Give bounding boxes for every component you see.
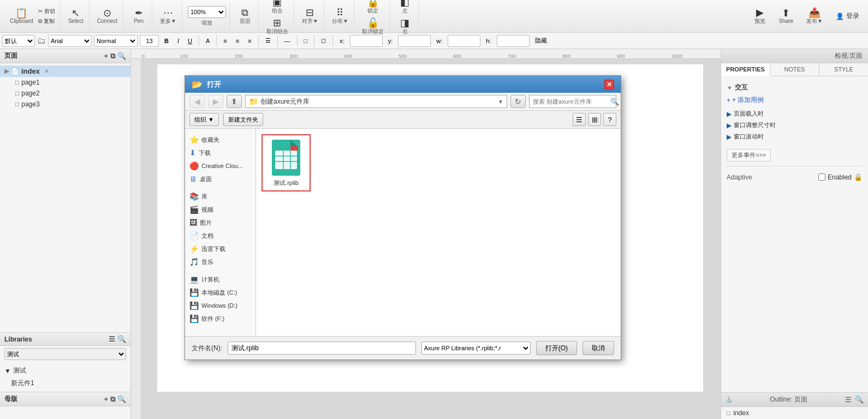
font-size-input[interactable] <box>140 35 159 47</box>
footer-open-button[interactable]: 打开(O) <box>536 341 577 355</box>
lib-select-dropdown[interactable]: 测试 <box>4 348 126 360</box>
canvas-area[interactable]: 0 100 200 300 400 500 600 700 800 900 10… <box>131 49 721 419</box>
lib-item-测试[interactable]: ▼ 测试 <box>0 364 130 377</box>
sidebar-favorites[interactable]: ⭐ 收藏夹 <box>185 133 255 146</box>
canvas-content[interactable]: 📂 打开 ✕ ◀ ▶ ⬆ 📁 创建axure元件库 ▼ <box>141 59 721 419</box>
pen-button[interactable]: ✒ Pen <box>129 7 148 25</box>
login-button[interactable]: 👤 登录 <box>831 9 864 23</box>
sidebar-pictures[interactable]: 🖼 图片 <box>185 216 255 229</box>
ungroup-button[interactable]: ⊞ 取消组合 <box>264 17 290 37</box>
bold-button[interactable]: B <box>161 35 172 47</box>
footer-filename-input[interactable] <box>228 342 416 355</box>
connect-button[interactable]: ⊙ Connect <box>95 7 120 25</box>
select-button[interactable]: ↖ Select <box>66 7 86 25</box>
search-input[interactable] <box>533 98 608 105</box>
lib-search-icon[interactable]: 🔍 <box>117 335 126 343</box>
sidebar-computer[interactable]: 💻 计算机 <box>185 273 255 286</box>
y-input[interactable] <box>398 35 431 47</box>
detail-view-button[interactable]: ⊞ <box>588 113 601 126</box>
left-button[interactable]: ◧ 左 <box>395 0 415 16</box>
dialog-close-button[interactable]: ✕ <box>604 80 614 89</box>
tree-item-page2[interactable]: □ page2 <box>0 88 130 99</box>
canvas-page[interactable]: 📂 打开 ✕ ◀ ▶ ⬆ 📁 创建axure元件库 ▼ <box>157 64 703 392</box>
file-item-测试[interactable]: 测试.rplib <box>261 134 311 191</box>
color-button[interactable]: A <box>203 35 213 47</box>
underline-button[interactable]: U <box>185 35 195 47</box>
align-left-button[interactable]: ≡ <box>220 35 230 47</box>
add-case-button[interactable]: + + 添加用例 <box>727 95 863 105</box>
align-right-button[interactable]: ≡ <box>245 35 254 47</box>
paste-button[interactable]: 📋 Clipboard <box>8 7 35 25</box>
align-button[interactable]: ⊟ 对齐▼ <box>300 7 320 26</box>
mother-add-icon[interactable]: + <box>104 395 108 404</box>
style-dropdown[interactable]: 默认 <box>2 35 35 47</box>
weight-dropdown[interactable]: Normal <box>94 35 138 47</box>
adaptive-lock-icon[interactable]: 🔒 <box>854 173 863 181</box>
align-center-button[interactable]: ≡ <box>233 35 242 47</box>
duplicate-page-button[interactable]: ⧉ <box>110 52 115 61</box>
w-input[interactable] <box>448 35 480 47</box>
mother-search-icon[interactable]: 🔍 <box>117 395 126 404</box>
line-style-button[interactable]: — <box>281 35 294 47</box>
outline-search-icon[interactable]: 🔍 <box>855 396 864 404</box>
zoom-select[interactable]: 100%50%75%150% <box>188 6 226 18</box>
sidebar-music[interactable]: 🎵 音乐 <box>185 255 255 268</box>
help-button[interactable]: ? <box>603 113 616 126</box>
distribute-button[interactable]: ⠿ 分布▼ <box>330 7 350 26</box>
sidebar-library[interactable]: 📚 库 <box>185 190 255 203</box>
sidebar-drive-f[interactable]: 💾 软件 (F:) <box>185 312 255 325</box>
right-button[interactable]: ◨ 右 <box>395 17 415 37</box>
italic-button[interactable]: I <box>174 35 182 47</box>
more-button[interactable]: ⋯ 更多▼ <box>158 7 179 26</box>
sidebar-drive-c[interactable]: 💾 本地磁盘 (C:) <box>185 286 255 299</box>
footer-cancel-button[interactable]: 取消 <box>582 341 614 355</box>
search-pages-button[interactable]: 🔍 <box>117 52 126 61</box>
tab-notes[interactable]: NOTES <box>770 63 819 76</box>
tree-item-page3[interactable]: □ page3 <box>0 99 130 110</box>
list-view-button[interactable]: ☰ <box>573 113 586 126</box>
add-page-button[interactable]: + <box>104 52 108 61</box>
x-input[interactable] <box>350 35 383 47</box>
sidebar-drive-d[interactable]: 💾 Windows (D:) <box>185 299 255 312</box>
h-input[interactable] <box>497 35 530 47</box>
interaction-toggle[interactable]: ▼ <box>727 85 733 91</box>
mother-copy-icon[interactable]: ⧉ <box>110 395 115 404</box>
sidebar-xunlei[interactable]: ⚡ 迅雷下载 <box>185 242 255 255</box>
tree-item-index[interactable]: ▶ 📄 index ✕ <box>0 65 130 77</box>
sidebar-video[interactable]: 🎬 视频 <box>185 203 255 216</box>
lib-menu-icon[interactable]: ☰ <box>109 335 115 343</box>
shadow-button[interactable]: ◻ <box>318 35 329 47</box>
outline-item-index[interactable]: □ index <box>721 407 868 419</box>
font-dropdown[interactable]: Arial <box>48 35 92 47</box>
copy-button[interactable]: ⧉ 复制 <box>37 17 57 26</box>
path-bar[interactable]: 📁 创建axure元件库 ▼ <box>245 95 507 108</box>
lock-button[interactable]: 🔒 锁定 <box>363 0 383 16</box>
more-events-button[interactable]: 更多事件>>> <box>727 149 771 161</box>
publish-button[interactable]: 📤 发布▼ <box>802 7 827 26</box>
tab-style[interactable]: STYLE <box>819 63 868 76</box>
path-dropdown-arrow[interactable]: ▼ <box>498 99 503 105</box>
layer-button[interactable]: ⧉ 层层 <box>235 7 255 26</box>
share-button[interactable]: ⬆ Share <box>774 7 798 25</box>
group-button[interactable]: ▣ 组合 <box>267 0 287 16</box>
organize-button[interactable]: 组织 ▼ <box>189 113 219 126</box>
tab-properties[interactable]: PROPERTIES <box>721 63 770 76</box>
sidebar-desktop[interactable]: 🖥 桌面 <box>185 172 255 185</box>
bullets-button[interactable]: ☰ <box>262 35 274 47</box>
sidebar-downloads[interactable]: ⬇ 下载 <box>185 146 255 159</box>
lib-item-新元件1[interactable]: 新元件1 <box>0 377 130 390</box>
search-icon[interactable]: 🔍 <box>610 98 619 106</box>
sidebar-documents[interactable]: 📄 文档 <box>185 229 255 242</box>
tree-item-page1[interactable]: □ page1 <box>0 77 130 88</box>
unlock-button[interactable]: 🔓 取消锁定 <box>360 17 386 37</box>
adaptive-checkbox[interactable] <box>818 173 825 181</box>
refresh-button[interactable]: ↻ <box>510 95 526 108</box>
nav-forward-button[interactable]: ▶ <box>208 95 223 108</box>
nav-up-button[interactable]: ⬆ <box>227 95 242 108</box>
new-folder-button[interactable]: 新建文件夹 <box>223 113 263 126</box>
preview-button[interactable]: ▶ 预览 <box>750 7 770 26</box>
sidebar-creative-cloud[interactable]: 🔴 Creative Clou... <box>185 159 255 172</box>
cut-button[interactable]: ✂ 剪切 <box>37 7 57 16</box>
nav-back-button[interactable]: ◀ <box>189 95 205 108</box>
file-area[interactable]: 测试.rplib <box>256 129 621 336</box>
